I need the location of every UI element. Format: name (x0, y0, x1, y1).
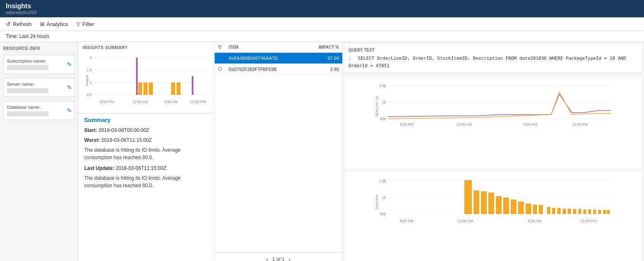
svg-text:12:00 PM: 12:00 PM (580, 219, 597, 223)
subscription-value (7, 65, 48, 70)
summary-title: Summary (84, 117, 208, 123)
items-table: ▽ ITEM IMPACT % 0xBA4B0B040746AA7D 97.60 (215, 42, 342, 75)
svg-rect-60 (603, 210, 606, 214)
svg-text:1: 1 (90, 80, 92, 85)
svg-text:6:00 AM: 6:00 AM (164, 100, 178, 104)
execution-chart-box: 1.5k 1k 500 Execution (345, 172, 642, 261)
svg-rect-42 (496, 196, 502, 214)
subscription-label: Subscription name: (7, 59, 71, 63)
worst-value: 2018-03-06T11:15:00Z (101, 137, 152, 143)
summary-worst: Worst: 2018-03-06T11:15:00Z (84, 136, 208, 144)
svg-text:0.5: 0.5 (87, 93, 92, 97)
item-col-header: ITEM (225, 42, 304, 53)
insights-bar-chart: 2 1.5 1 0.5 Insights (83, 52, 210, 109)
table-row[interactable]: 0xBA4B0B040746AA7D 97.60 (215, 53, 342, 64)
toolbar: ↺ Refresh ⊞ Analytics ▽ Filter (0, 17, 644, 31)
query-text-panel: QUERY TEXT 1 SELECT OrderLineID, OrderID… (345, 45, 642, 73)
svg-text:6:00 PM: 6:00 PM (400, 219, 414, 223)
svg-rect-44 (511, 200, 516, 214)
svg-rect-57 (588, 209, 591, 214)
insights-summary-title: INSIGHTS SUMMARY (78, 42, 214, 52)
analytics-label: Analytics (47, 21, 68, 27)
resource-info-title: RESOURCE INFO (3, 46, 75, 51)
svg-text:2: 2 (90, 56, 92, 60)
row-dot-cell (215, 64, 225, 75)
svg-rect-38 (464, 180, 472, 214)
svg-text:6:00 PM: 6:00 PM (400, 122, 414, 127)
refresh-button[interactable]: ↺ Refresh (6, 21, 32, 27)
server-block: Server name: ✎ (3, 78, 75, 97)
svg-rect-51 (557, 208, 561, 214)
query-line-number: 1 (348, 56, 351, 61)
svg-text:Insights: Insights (85, 75, 89, 86)
filter-button[interactable]: ▽ Filter (76, 21, 95, 27)
svg-text:1.5: 1.5 (87, 68, 92, 72)
svg-text:12:00 AM: 12:00 AM (457, 122, 472, 127)
row-id: 0xD762F283F7FBF59B (225, 64, 304, 75)
worst-label: Worst: (84, 137, 100, 143)
svg-rect-13 (171, 82, 175, 95)
svg-text:1k: 1k (382, 195, 386, 200)
svg-text:6:00 AM: 6:00 AM (523, 122, 537, 127)
filter-label: Filter (83, 21, 95, 27)
svg-rect-54 (573, 209, 576, 214)
svg-text:6:00 PM: 6:00 PM (100, 100, 114, 104)
svg-rect-12 (136, 58, 138, 95)
last-update-value: 2018-03-06T11:15:00Z (116, 165, 166, 171)
start-value: 2018-03-06T00:00:00Z (99, 127, 149, 133)
app-header: Insights sqlanalytics356 (0, 0, 644, 17)
pagination: ‹ 1 of 1 › (215, 252, 342, 261)
center-panel: INSIGHTS SUMMARY 2 1.5 1 0.5 Insights (78, 42, 215, 261)
query-duration-chart-box: 1.5k 1k 500 Query dur. (s) 6:00 PM 12:00 (345, 77, 642, 168)
lower-charts: 1.5k 1k 500 Query dur. (s) 6:00 PM 12:00 (343, 75, 644, 261)
svg-text:6:00 AM: 6:00 AM (528, 219, 541, 223)
table-row[interactable]: 0xD762F283F7FBF59B 2.40 (215, 64, 342, 75)
app-title: Insights (6, 2, 638, 10)
svg-rect-43 (503, 198, 509, 214)
summary-desc2: The database is hitting its IO limits. A… (84, 174, 208, 189)
svg-rect-47 (533, 205, 537, 214)
analytics-button[interactable]: ⊞ Analytics (40, 21, 68, 27)
query-text-title: QUERY TEXT (348, 48, 638, 52)
row-id: 0xBA4B0B040746AA7D (225, 53, 304, 64)
filter-header-icon: ▽ (218, 45, 221, 49)
start-label: Start: (84, 127, 97, 133)
execution-chart: 1.5k 1k 500 Execution (348, 175, 639, 228)
refresh-label: Refresh (13, 21, 32, 27)
analytics-icon: ⊞ (40, 21, 45, 27)
svg-rect-40 (481, 191, 487, 214)
subscription-edit-icon[interactable]: ✎ (67, 61, 72, 68)
subscription-block: Subscription name: ✎ (3, 55, 75, 74)
svg-rect-46 (526, 204, 531, 214)
row-indicator (218, 56, 222, 60)
database-edit-icon[interactable]: ✎ (67, 107, 72, 114)
svg-rect-59 (598, 210, 601, 214)
svg-text:1.5k: 1.5k (379, 179, 386, 183)
summary-area: Summary Start: 2018-03-06T00:00:00Z Wors… (78, 113, 214, 261)
filter-icon: ▽ (76, 21, 80, 27)
summary-start: Start: 2018-03-06T00:00:00Z (84, 127, 208, 134)
last-update-label: Last Update: (84, 165, 114, 171)
svg-rect-10 (144, 82, 148, 95)
svg-text:Execution: Execution (375, 195, 379, 209)
pagination-prev[interactable]: ‹ (266, 256, 268, 261)
server-edit-icon[interactable]: ✎ (67, 84, 72, 91)
pagination-next[interactable]: › (289, 256, 291, 261)
svg-rect-53 (568, 209, 571, 214)
svg-text:12:00 AM: 12:00 AM (132, 100, 148, 104)
main-content: RESOURCE INFO Subscription name: ✎ Serve… (0, 42, 644, 261)
app-subtitle: sqlanalytics356 (6, 10, 638, 15)
row-impact: 97.60 (304, 53, 342, 64)
filter-col-header: ▽ (215, 42, 225, 53)
svg-rect-61 (607, 210, 610, 214)
svg-rect-58 (593, 209, 596, 214)
server-label: Server name: (7, 82, 71, 87)
database-value (7, 111, 48, 116)
items-panel: ▽ ITEM IMPACT % 0xBA4B0B040746AA7D 97.60 (215, 42, 343, 261)
svg-text:Query dur. (s): Query dur. (s) (375, 96, 379, 116)
resource-info-panel: RESOURCE INFO Subscription name: ✎ Serve… (0, 42, 78, 261)
impact-col-header: IMPACT % (304, 42, 342, 53)
database-label: Database name: (7, 105, 71, 110)
svg-rect-39 (474, 190, 479, 214)
query-text-content: 1 SELECT OrderLineID, OrderID, StockItem… (348, 55, 638, 69)
